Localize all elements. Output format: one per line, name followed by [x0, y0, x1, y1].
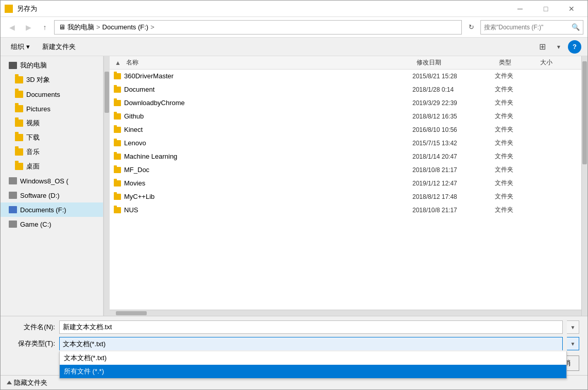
back-button[interactable]: ◀: [5, 20, 19, 35]
sidebar-label-game-c: Game (C:): [20, 221, 51, 228]
sidebar-label-downloads: 下载: [26, 133, 40, 142]
file-row[interactable]: MF_Doc2018/10/8 21:17文件夹: [110, 163, 581, 177]
sidebar-item-my-computer[interactable]: 我的电脑: [1, 58, 103, 73]
file-list-scrollbar[interactable]: [581, 56, 587, 316]
file-name: NUS: [124, 206, 412, 214]
sidebar-icon-music: [15, 148, 23, 156]
sidebar-item-pictures[interactable]: Pictures: [1, 101, 103, 116]
breadcrumb-sep1: >: [96, 23, 100, 31]
save-dialog: 另存为 ─ □ ✕ ◀ ▶ ↑ 🖥 我的电脑 > Documents (F:) …: [0, 0, 588, 390]
file-date: 2015/8/21 15:28: [412, 73, 495, 80]
col-header-size[interactable]: 大小: [536, 58, 577, 67]
filename-input[interactable]: [59, 320, 563, 334]
file-row[interactable]: Lenovo2015/7/15 13:42文件夹: [110, 137, 581, 150]
search-icon[interactable]: 🔍: [572, 23, 580, 31]
close-button[interactable]: ✕: [560, 1, 583, 17]
view-toggle-button[interactable]: ▾: [551, 40, 566, 54]
horizontal-scrollbar[interactable]: [110, 310, 581, 316]
sidebar-icon-software-d: [9, 192, 17, 199]
file-row[interactable]: Movies2019/1/12 12:47文件夹: [110, 177, 581, 190]
file-row[interactable]: NUS2018/10/8 21:17文件夹: [110, 204, 581, 217]
sidebar-icon-documents-f: [9, 206, 17, 213]
file-row[interactable]: 360DriverMaster2015/8/21 15:28文件夹: [110, 70, 581, 83]
forward-button[interactable]: ▶: [21, 20, 36, 35]
sidebar-label-pictures: Pictures: [26, 105, 50, 113]
sidebar-icon-3d-objects: [15, 76, 23, 83]
minimize-button[interactable]: ─: [508, 1, 532, 17]
sidebar-item-documents[interactable]: Documents: [1, 87, 103, 101]
new-folder-button[interactable]: 新建文件夹: [38, 40, 80, 54]
sidebar-label-documents-f: Documents (F:): [20, 206, 66, 214]
organize-button[interactable]: 组织 ▾: [7, 40, 34, 54]
file-list-header: ▲ 名称 修改日期 类型 大小: [110, 56, 581, 70]
file-type: 文件夹: [495, 125, 536, 134]
bottom-section: 文件名(N): ▼ 保存类型(T): ▼ 文本文档(*.txt)所有文件 (*.…: [1, 316, 587, 375]
sidebar-label-software-d: Software (D:): [20, 192, 60, 199]
breadcrumb-part2: Documents (F:): [102, 23, 149, 31]
file-type: 文件夹: [495, 112, 536, 121]
file-row[interactable]: Kinect2016/8/10 10:56文件夹: [110, 123, 581, 137]
file-name: Machine Learning: [124, 152, 412, 160]
col-header-name[interactable]: 名称: [122, 58, 412, 67]
dropdown-option[interactable]: 所有文件 (*.*): [60, 365, 566, 378]
col-header-date[interactable]: 修改日期: [412, 58, 495, 67]
hide-folder-button[interactable]: 隐藏文件夹: [7, 377, 47, 388]
sidebar-icon-my-computer: [9, 62, 17, 69]
help-button[interactable]: ?: [568, 40, 581, 54]
search-input[interactable]: [484, 24, 572, 31]
title-icon: [5, 5, 13, 13]
filetype-input[interactable]: [59, 337, 563, 350]
file-type: 文件夹: [495, 179, 536, 188]
folder-icon: [114, 73, 121, 79]
filename-row: 文件名(N): ▼: [1, 316, 587, 336]
file-row[interactable]: Document2018/1/28 0:14文件夹: [110, 83, 581, 96]
sidebar-label-desktop: 桌面: [26, 162, 40, 171]
col-header-type[interactable]: 类型: [495, 58, 536, 67]
title-text: 另存为: [17, 4, 508, 13]
file-row[interactable]: Machine Learning2018/1/14 20:47文件夹: [110, 150, 581, 163]
filetype-dropdown-arrow[interactable]: ▼: [567, 337, 579, 350]
folder-icon: [114, 194, 121, 200]
sidebar-item-videos[interactable]: 视频: [1, 116, 103, 130]
view-button[interactable]: ⊞: [535, 40, 549, 54]
file-list-scrollbar-thumb: [582, 61, 587, 164]
file-row[interactable]: Github2018/8/12 16:35文件夹: [110, 110, 581, 123]
hide-folder-icon: [7, 381, 12, 384]
sidebar-item-software-d[interactable]: Software (D:): [1, 188, 103, 202]
main-content: 我的电脑3D 对象DocumentsPictures视频下载音乐桌面Window…: [1, 56, 587, 316]
sidebar-item-documents-f[interactable]: Documents (F:): [1, 202, 103, 217]
sidebar-item-game-c[interactable]: Game (C:): [1, 217, 103, 231]
filename-dropdown-arrow[interactable]: ▼: [567, 320, 579, 334]
toolbar: 组织 ▾ 新建文件夹 ⊞ ▾ ?: [1, 38, 587, 56]
file-date: 2019/3/29 22:39: [412, 99, 495, 107]
refresh-button[interactable]: ↻: [464, 20, 478, 35]
file-row[interactable]: MyC++Lib2018/8/12 17:48文件夹: [110, 190, 581, 204]
file-name: Document: [124, 86, 412, 93]
file-type: 文件夹: [495, 139, 536, 147]
file-date: 2015/7/15 13:42: [412, 140, 495, 147]
file-name: Github: [124, 112, 412, 120]
sidebar-item-downloads[interactable]: 下载: [1, 130, 103, 145]
sidebar-icon-pictures: [15, 105, 23, 112]
up-button[interactable]: ↑: [38, 20, 52, 35]
sidebar-item-desktop[interactable]: 桌面: [1, 159, 103, 174]
dropdown-option[interactable]: 文本文档(*.txt): [60, 351, 566, 365]
file-type: 文件夹: [495, 85, 536, 94]
file-row[interactable]: DownloadbyChrome2019/3/29 22:39文件夹: [110, 96, 581, 110]
breadcrumb[interactable]: 🖥 我的电脑 > Documents (F:) >: [54, 20, 462, 35]
sidebar-item-windows8[interactable]: Windows8_OS (: [1, 174, 103, 188]
sidebar-item-music[interactable]: 音乐: [1, 145, 103, 159]
sort-up-icon[interactable]: ▲: [114, 59, 122, 67]
sidebar-scrollbar[interactable]: [103, 56, 110, 316]
folder-icon: [114, 154, 121, 160]
sidebar-label-videos: 视频: [26, 118, 40, 128]
file-list: 360DriverMaster2015/8/21 15:28文件夹Documen…: [110, 70, 581, 310]
folder-icon: [114, 167, 121, 173]
maximize-button[interactable]: □: [534, 1, 558, 17]
sidebar-item-3d-objects[interactable]: 3D 对象: [1, 73, 103, 87]
file-type: 文件夹: [495, 192, 536, 201]
sidebar-icon-desktop: [15, 163, 23, 170]
breadcrumb-computer-icon: 🖥: [59, 23, 65, 31]
file-date: 2019/1/12 12:47: [412, 180, 495, 187]
file-date: 2018/8/12 17:48: [412, 193, 495, 200]
